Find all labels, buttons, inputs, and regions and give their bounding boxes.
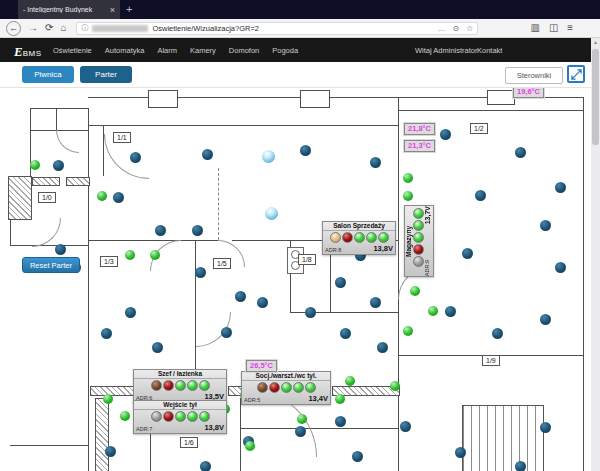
lamp-dot-icon[interactable] bbox=[440, 129, 451, 140]
new-tab-icon[interactable]: + bbox=[126, 3, 132, 16]
lamp-dot-icon[interactable] bbox=[245, 441, 255, 451]
browser-tab-bar: - Inteligentny Budynek × + bbox=[0, 0, 600, 19]
lamp-dot-icon[interactable] bbox=[297, 414, 307, 424]
fullscreen-icon[interactable] bbox=[567, 65, 585, 83]
bookmark-star-icon[interactable]: ☆ bbox=[466, 24, 473, 33]
device-panel[interactable]: Socj./warszt./wc tyl.ADR:513,4V bbox=[241, 371, 331, 405]
controllers-button[interactable]: Sterowniki bbox=[505, 67, 563, 84]
scrollbar[interactable]: ▲ bbox=[591, 38, 600, 471]
lamp-dot-icon[interactable] bbox=[257, 297, 268, 308]
device-panel[interactable]: Magazyny13,7VADR:9 bbox=[404, 205, 434, 277]
reset-parter-button[interactable]: Reset Parter bbox=[22, 257, 80, 273]
device-panel[interactable]: Szef / łazienkaADR:613,5V bbox=[133, 369, 227, 403]
lamp-dot-icon[interactable] bbox=[340, 328, 351, 339]
lamp-dot-icon[interactable] bbox=[400, 421, 411, 432]
lamp-sphere-icon[interactable] bbox=[262, 150, 275, 163]
lamp-dot-icon[interactable] bbox=[195, 267, 206, 278]
lamp-dot-icon[interactable] bbox=[113, 192, 124, 203]
lamp-dot-icon[interactable] bbox=[540, 220, 551, 231]
home-icon[interactable]: ⌂ bbox=[60, 23, 66, 33]
lamp-dot-icon[interactable] bbox=[155, 225, 166, 236]
lamp-dot-icon[interactable] bbox=[335, 277, 346, 288]
lamp-dot-icon[interactable] bbox=[455, 447, 466, 458]
url-bar[interactable]: ⓘ Oswietlenie/Wizualizacja?GR=2 … ⊙ ☆ bbox=[76, 22, 478, 35]
lamp-dot-icon[interactable] bbox=[555, 262, 566, 273]
lamp-dot-icon[interactable] bbox=[540, 314, 551, 325]
tab-piwnica[interactable]: Piwnica bbox=[22, 66, 74, 83]
tab-parter[interactable]: Parter bbox=[80, 66, 132, 83]
lamp-dot-icon[interactable] bbox=[235, 291, 246, 302]
lamp-dot-icon[interactable] bbox=[390, 381, 400, 391]
forward-icon[interactable]: → bbox=[28, 23, 38, 33]
nav-item-kontakt[interactable]: Kontakt bbox=[477, 46, 502, 55]
nav-item-automatyka[interactable]: Automatyka bbox=[105, 46, 145, 55]
lamp-dot-icon[interactable] bbox=[221, 327, 232, 338]
lamp-dot-icon[interactable] bbox=[30, 160, 40, 170]
lamp-dot-icon[interactable] bbox=[555, 182, 566, 193]
lamp-dot-icon[interactable] bbox=[192, 225, 203, 236]
nav-item-pogoda[interactable]: Pogoda bbox=[272, 46, 298, 55]
lamp-dot-icon[interactable] bbox=[540, 422, 551, 433]
lamp-dot-icon[interactable] bbox=[305, 307, 316, 318]
lamp-dot-icon[interactable] bbox=[335, 416, 346, 427]
lamp-dot-icon[interactable] bbox=[403, 191, 413, 201]
lamp-dot-icon[interactable] bbox=[125, 250, 135, 260]
nav-item-alarm[interactable]: Alarm bbox=[157, 46, 177, 55]
lamp-dot-icon[interactable] bbox=[352, 451, 363, 462]
lamp-dot-icon[interactable] bbox=[295, 426, 306, 437]
lamp-dot-icon[interactable] bbox=[515, 461, 526, 471]
lamp-dot-icon[interactable] bbox=[120, 411, 130, 421]
lamp-dot-icon[interactable] bbox=[55, 244, 66, 255]
scrollbar-thumb[interactable] bbox=[592, 49, 599, 145]
floor-plan: Reset Parter 1/11/01/21/31/51/81/91/619,… bbox=[0, 88, 600, 471]
lamp-dot-icon[interactable] bbox=[428, 306, 438, 316]
lamp-dot-icon[interactable] bbox=[103, 394, 113, 404]
back-icon[interactable]: ← bbox=[6, 21, 21, 36]
nav-item-domofon[interactable]: Domofon bbox=[229, 46, 259, 55]
lamp-dot-icon[interactable] bbox=[202, 149, 213, 160]
lamp-dot-icon[interactable] bbox=[130, 152, 141, 163]
lamp-dot-icon[interactable] bbox=[335, 394, 345, 404]
lamp-dot-icon[interactable] bbox=[410, 286, 420, 296]
scroll-up-icon[interactable]: ▲ bbox=[591, 38, 600, 47]
lamp-dot-icon[interactable] bbox=[345, 376, 355, 386]
ebms-logo[interactable]: EBMS bbox=[14, 42, 42, 60]
lamp-sphere-icon[interactable] bbox=[265, 207, 278, 220]
site-info-icon[interactable]: ⓘ bbox=[81, 23, 88, 33]
lamp-dot-icon[interactable] bbox=[53, 160, 64, 171]
lamp-dot-icon[interactable] bbox=[97, 191, 107, 201]
hamburger-menu-icon[interactable]: ≡ bbox=[567, 23, 573, 33]
nav-item-kamery[interactable]: Kamery bbox=[190, 46, 216, 55]
reload-icon[interactable]: ⟳ bbox=[45, 23, 53, 33]
lamp-dot-icon[interactable] bbox=[403, 326, 413, 336]
lamp-dot-icon[interactable] bbox=[515, 147, 526, 158]
sidebar-icon[interactable]: ◫ bbox=[549, 23, 558, 33]
wall-segment bbox=[88, 97, 150, 98]
lamp-dot-icon[interactable] bbox=[152, 342, 163, 353]
lamp-dot-icon[interactable] bbox=[377, 342, 388, 353]
nav-item-oswietlenie[interactable]: Oświetlenie bbox=[53, 46, 92, 55]
lamp-dot-icon[interactable] bbox=[125, 307, 136, 318]
library-icon[interactable]: ▥ bbox=[530, 23, 539, 33]
lamp-dot-icon[interactable] bbox=[403, 173, 413, 183]
lamp-dot-icon[interactable] bbox=[101, 328, 112, 339]
lamp-dot-icon[interactable] bbox=[492, 328, 503, 339]
lamp-dot-icon[interactable] bbox=[105, 446, 116, 457]
tab-close-icon[interactable]: × bbox=[110, 5, 115, 15]
lamp-dot-icon[interactable] bbox=[370, 297, 381, 308]
status-led-green bbox=[413, 220, 424, 231]
wall-segment bbox=[103, 125, 104, 176]
pocket-icon[interactable]: ⊙ bbox=[453, 24, 460, 33]
lamp-dot-icon[interactable] bbox=[370, 157, 381, 168]
device-panel[interactable]: Salon SprzedażyADR:813,8V bbox=[322, 221, 396, 255]
lamp-dot-icon[interactable] bbox=[200, 461, 211, 471]
lamp-dot-icon[interactable] bbox=[462, 248, 473, 259]
browser-tab[interactable]: - Inteligentny Budynek × bbox=[18, 0, 120, 19]
shaft-box bbox=[300, 90, 330, 108]
lamp-dot-icon[interactable] bbox=[445, 306, 456, 317]
lamp-dot-icon[interactable] bbox=[475, 190, 486, 201]
lamp-dot-icon[interactable] bbox=[150, 250, 160, 260]
device-panel[interactable]: Wejście tyłADR:713,8V bbox=[133, 400, 227, 434]
page-actions-icon[interactable]: … bbox=[438, 24, 446, 33]
lamp-dot-icon[interactable] bbox=[300, 145, 311, 156]
